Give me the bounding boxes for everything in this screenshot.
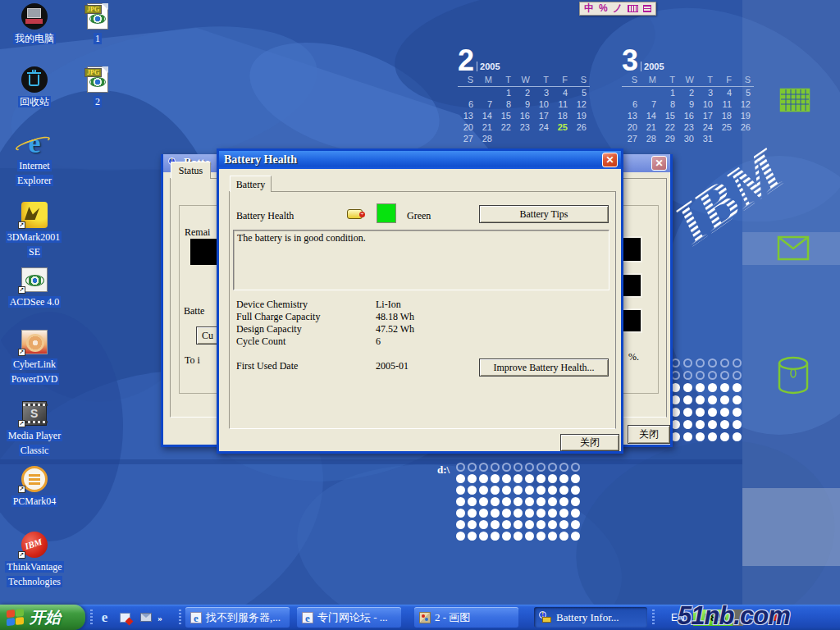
desktop-icon-my-computer[interactable]: 我的电脑 [0, 2, 69, 45]
battery-gauge-fragment [190, 239, 219, 265]
calendar-day [514, 134, 533, 145]
close-icon[interactable]: ✕ [651, 156, 667, 171]
battery-tips-button[interactable]: Battery Tips [479, 205, 609, 223]
taskbar-item-paint[interactable]: 2 - 画图 [414, 607, 518, 628]
tab-status[interactable]: Status [171, 162, 211, 179]
wallpaper-dot [502, 486, 511, 495]
calendar-weekday: T [495, 75, 514, 86]
wallpaper-dot [536, 474, 546, 483]
wallpaper-dot [502, 497, 511, 506]
battery-gauge-2 [623, 236, 642, 262]
wallpaper-dot [571, 497, 580, 506]
ie-quick-launch-icon[interactable]: e [97, 609, 112, 625]
desktop-icon-media-player-classic[interactable]: S ➚ Media Player Classic [0, 399, 69, 457]
tab-battery[interactable]: Battery [230, 176, 272, 192]
calendar-day: 30 [678, 134, 697, 145]
chevron-icon[interactable]: » [155, 609, 165, 625]
desktop-icon-recycle-bin[interactable]: 回收站 [0, 66, 69, 108]
taskbar-item-battery-information[interactable]: ! Battery Infor... [534, 607, 647, 628]
remaining-label-fragment: Remai [185, 226, 210, 239]
wallpaper-dot [479, 532, 488, 541]
wallpaper-dot [525, 474, 534, 483]
internet-explorer-icon: e [0, 130, 69, 158]
calendar-year: 2005 [477, 62, 500, 71]
wallpaper-dot [720, 395, 729, 404]
calendar-day: 7 [641, 99, 660, 111]
battery-health-dialog[interactable]: Battery Health ✕ Battery Battery Health … [217, 148, 623, 454]
calendar-day: 12 [571, 99, 590, 111]
desktop-icon-3dmark2001[interactable]: ➚ 3DMark2001 SE [0, 201, 69, 258]
calendar-day: 23 [678, 122, 697, 134]
calendar-day: 28 [641, 134, 660, 145]
ime-chinese-icon[interactable]: 中 [584, 2, 594, 15]
wallpaper-dot [514, 463, 523, 472]
ime-keyboard-icon[interactable] [628, 5, 638, 12]
wallpaper-dot [696, 432, 705, 441]
desktop-icon-pcmark04[interactable]: ➚ PCMark04 [0, 465, 69, 508]
wallpaper-dot [491, 486, 500, 495]
calendar-day: 3 [697, 88, 716, 99]
ime-fullwidth-icon[interactable]: % [599, 2, 608, 15]
taskbar-item-forum[interactable]: e 专门网论坛 - ... [297, 607, 401, 628]
ime-language-bar[interactable]: 中 % ノ [579, 2, 656, 16]
calendar-month-number: 2 [458, 48, 474, 73]
close-button-bg-window[interactable]: 关闭 [628, 425, 670, 444]
wallpaper-dot [696, 383, 705, 392]
desktop-icon-powerdvd[interactable]: ➚ CyberLink PowerDVD [0, 328, 69, 386]
percent-fragment: %. [628, 351, 639, 363]
battery-health-icon: + [347, 209, 365, 220]
close-button[interactable]: 关闭 [560, 434, 619, 451]
recycle-bin-icon [0, 66, 69, 94]
calendar-weekday: T [660, 75, 678, 86]
wallpaper-dot [683, 432, 692, 441]
wallpaper-dot-grid-right [671, 358, 745, 445]
calendar-day [735, 134, 754, 145]
current-button-fragment[interactable]: Cu [196, 326, 219, 345]
ime-brush-icon[interactable]: ノ [613, 2, 623, 15]
taskbar-item-server-not-found[interactable]: e 找不到服务器,... [185, 607, 290, 628]
wallpaper-dot [559, 486, 568, 495]
calendar-weekday: F [552, 75, 571, 86]
calendar-day [641, 88, 660, 99]
health-status-swatch [377, 203, 396, 223]
desktop-icon-acdsee[interactable]: ➚ ACDSee 4.0 [0, 266, 69, 308]
close-icon[interactable]: ✕ [602, 153, 618, 167]
ime-menu-icon[interactable] [643, 5, 651, 12]
info-value: 48.18 Wh [376, 311, 414, 323]
wallpaper-dot [548, 532, 557, 541]
calendar-day [716, 134, 735, 145]
jpg-file-icon: JPG [79, 2, 116, 30]
calendar-day: 31 [697, 134, 716, 145]
improve-battery-health-button[interactable]: Improve Battery Health... [479, 358, 609, 377]
wallpaper-dot [491, 520, 500, 529]
desktop-icon-jpg-2[interactable]: JPG 2 [79, 66, 116, 108]
battery-health-titlebar[interactable]: Battery Health ✕ [219, 151, 621, 169]
mail-quick-launch-icon[interactable] [138, 609, 153, 625]
wallpaper-dot [708, 420, 717, 429]
calendar-weekday: M [477, 75, 495, 86]
show-desktop-icon[interactable] [117, 609, 133, 625]
calendar-day: 8 [660, 99, 678, 111]
wallpaper-dot [708, 432, 717, 441]
desktop-icon-jpg-1[interactable]: JPG 1 [79, 2, 116, 45]
calendar-day: 14 [641, 111, 660, 122]
wallpaper-dot [720, 383, 729, 392]
to-label-fragment: To i [185, 354, 200, 367]
desktop-icon-internet-explorer[interactable]: e Internet Explorer [0, 130, 69, 187]
pcmark-icon: ➚ [0, 465, 69, 493]
shortcut-arrow-icon: ➚ [18, 286, 25, 294]
calendar-day: 22 [495, 122, 514, 134]
start-button[interactable]: 开始 [0, 605, 85, 630]
calendar-day: 1 [660, 88, 678, 99]
media-player-classic-icon: S ➚ [0, 399, 69, 427]
desktop-icon-thinkvantage[interactable]: IBM ➚ ThinkVantage Technologies [0, 531, 69, 588]
wallpaper-dot [571, 463, 580, 472]
calendar-day: 9 [678, 99, 697, 111]
calendar-day: 20 [458, 122, 477, 134]
wallpaper-dot-grid-bottom [456, 463, 582, 543]
wallpaper-dot [536, 509, 546, 518]
tray-separator [652, 609, 655, 625]
watermark-51nb: 51nb.com [678, 601, 790, 630]
wallpaper-dot [502, 463, 511, 472]
wallpaper-dot [548, 463, 557, 472]
